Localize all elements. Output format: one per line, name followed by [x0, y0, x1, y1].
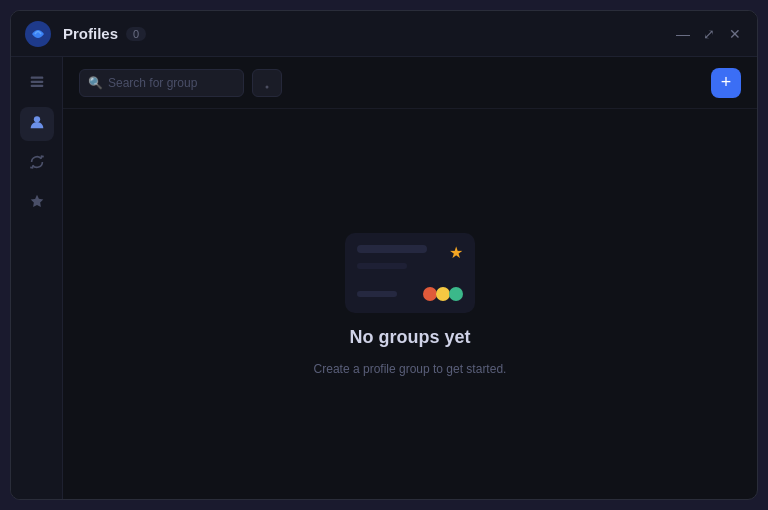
window-controls: — ⤢ ✕ — [675, 26, 743, 42]
illus-dot-1 — [423, 287, 437, 301]
toolbar: 🔍 + — [63, 57, 757, 109]
illus-text-line — [357, 291, 397, 297]
illus-dot-3 — [449, 287, 463, 301]
sidebar — [11, 57, 63, 499]
window-title: Profiles — [63, 25, 118, 42]
svg-rect-3 — [30, 77, 43, 79]
illus-line-1 — [357, 245, 427, 253]
svg-rect-2 — [30, 81, 43, 83]
sidebar-item-profiles[interactable] — [20, 107, 54, 141]
illus-bottom-row — [357, 287, 463, 301]
illus-dot-2 — [436, 287, 450, 301]
app-logo — [25, 21, 51, 47]
maximize-button[interactable]: ⤢ — [701, 26, 717, 42]
svg-point-4 — [33, 116, 39, 122]
window-badge: 0 — [126, 27, 146, 41]
sidebar-item-layers[interactable] — [20, 67, 54, 101]
svg-rect-1 — [30, 85, 43, 87]
star-icon — [28, 193, 46, 215]
search-input[interactable] — [79, 69, 244, 97]
layers-icon — [28, 73, 46, 95]
refresh-icon — [28, 153, 46, 175]
app-window: Profiles 0 — ⤢ ✕ — [10, 10, 758, 500]
empty-illustration: ★ — [345, 233, 475, 313]
main-body: 🔍 + ★ — [11, 57, 757, 499]
empty-subtitle: Create a profile group to get started. — [314, 362, 507, 376]
svg-rect-5 — [266, 85, 269, 88]
search-icon: 🔍 — [88, 76, 103, 90]
empty-title: No groups yet — [349, 327, 470, 348]
titlebar: Profiles 0 — ⤢ ✕ — [11, 11, 757, 57]
sidebar-item-refresh[interactable] — [20, 147, 54, 181]
search-box: 🔍 — [79, 69, 244, 97]
filter-button[interactable] — [252, 69, 282, 97]
sidebar-item-star[interactable] — [20, 187, 54, 221]
add-group-button[interactable]: + — [711, 68, 741, 98]
illus-avatar-dots — [423, 287, 463, 301]
illus-star-icon: ★ — [449, 243, 463, 262]
empty-state: ★ No groups yet Create a profile group t… — [63, 109, 757, 499]
minimize-button[interactable]: — — [675, 26, 691, 42]
profiles-icon — [28, 113, 46, 135]
illus-line-2 — [357, 263, 407, 269]
close-button[interactable]: ✕ — [727, 26, 743, 42]
content-area: 🔍 + ★ — [63, 57, 757, 499]
